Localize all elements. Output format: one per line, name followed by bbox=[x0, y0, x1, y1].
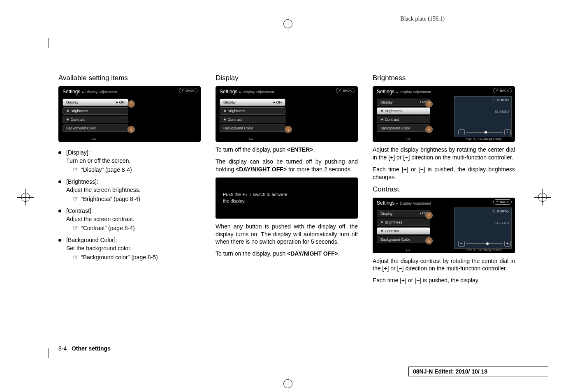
scroll-down-icon: ⌄ bbox=[425, 126, 433, 133]
plus-button: + bbox=[504, 241, 511, 247]
menu-item-brightness: ✷ Brightness bbox=[377, 107, 430, 115]
ss-page-indicator: 1/4 bbox=[248, 137, 253, 141]
scroll-down-icon: ⌄ bbox=[425, 237, 433, 244]
item-desc: Turn on or off the screen. bbox=[66, 157, 201, 164]
ss-breadcrumb: ▸ Display Adjustment bbox=[239, 90, 274, 94]
item-title: [Brightness]: bbox=[66, 178, 201, 185]
preview-sublabel: EL SEGU bbox=[495, 221, 509, 225]
ss-page-indicator: 2/4 bbox=[406, 137, 410, 141]
activate-message: Push the ☀/☽ switch to activate the disp… bbox=[216, 188, 294, 208]
body-paragraph: Adjust the display brightness by rotatin… bbox=[373, 146, 515, 161]
scroll-down-icon: ⌄ bbox=[285, 126, 292, 133]
page-footer: 8-4 Other settings bbox=[58, 345, 111, 352]
item-title: [Contrast]: bbox=[66, 208, 201, 214]
menu-item-contrast: ✷ Contrast bbox=[377, 116, 430, 123]
menu-item-contrast: ✷ Contrast bbox=[220, 116, 285, 123]
list-item: [Background Color]: Set the background c… bbox=[58, 237, 201, 261]
cross-reference: ☞“Brightness” (page 8-4) bbox=[73, 195, 201, 203]
contrast-slider: − + bbox=[458, 241, 511, 247]
ss-title: Settings bbox=[377, 200, 394, 206]
screenshot-available-settings: Settings ▸ Display Adjustment ↶ BACK Dis… bbox=[58, 86, 201, 142]
menu-item-bgcolor: Background Color bbox=[220, 125, 285, 132]
menu-item-contrast: ✷ Contrast bbox=[63, 116, 128, 123]
preview-sublabel: EL SEGU bbox=[495, 110, 509, 113]
setting-items-list: [Display]: Turn on or off the screen. ☞“… bbox=[58, 149, 201, 266]
ref-text: “Contrast” (page 8-4) bbox=[81, 225, 135, 231]
crop-corner-bl bbox=[49, 348, 58, 358]
crop-corner-tl bbox=[49, 38, 58, 48]
body-paragraph: Adjust the display contrast by rotating … bbox=[373, 257, 515, 273]
list-item: [Display]: Turn on or off the screen. ☞“… bbox=[58, 149, 201, 173]
scroll-up-icon: ⌃ bbox=[425, 100, 433, 108]
column-3: Brightness Settings ▸ Display Adjustment… bbox=[373, 74, 515, 288]
back-button: ↶ BACK bbox=[336, 88, 355, 93]
ss-breadcrumb: ▸ Display Adjustment bbox=[396, 90, 431, 94]
ss-menu: Display● ON ✷ Brightness ✷ Contrast Back… bbox=[63, 99, 128, 133]
page-number: 8-4 bbox=[58, 345, 67, 352]
cross-reference: ☞“Background color” (page 8-5) bbox=[73, 253, 201, 261]
list-item: [Brightness]: Adjust the screen brightne… bbox=[58, 178, 201, 203]
column-2: Display Settings ▸ Display Adjustment ↶ … bbox=[216, 74, 358, 288]
crop-mark-right bbox=[534, 189, 551, 205]
screenshot-contrast: Settings ▸ Display Adjustment ↶ BACK Dis… bbox=[373, 198, 515, 253]
heading-contrast: Contrast bbox=[373, 185, 515, 194]
ref-text: “Brightness” (page 8-4) bbox=[81, 196, 140, 202]
ss-header: Settings ▸ Display Adjustment bbox=[377, 200, 431, 206]
bullet-icon bbox=[58, 180, 61, 183]
mode-note: Push ☀/☽ to change modes. bbox=[461, 137, 507, 141]
item-desc: Adjust the screen contrast. bbox=[66, 216, 201, 222]
ss-menu: Display● ON ✷ Brightness ✷ Contrast Back… bbox=[377, 99, 430, 133]
body-paragraph: Each time [+] or [−] is pushed, the disp… bbox=[373, 166, 515, 181]
key-label: <DAY/NIGHT OFF> bbox=[287, 250, 338, 257]
preview-label: EL PORTO bbox=[492, 210, 509, 213]
body-paragraph: To turn on the display, push <DAY/NIGHT … bbox=[216, 250, 358, 258]
bullet-icon bbox=[58, 210, 61, 212]
menu-item-bgcolor: Background Color bbox=[377, 236, 430, 243]
ss-title: Settings bbox=[220, 89, 237, 95]
brightness-slider: − + bbox=[458, 129, 511, 135]
body-paragraph: The display can also be turned off by pu… bbox=[216, 158, 358, 173]
ss-menu: Display● ON ✷ Brightness ✷ Contrast Back… bbox=[377, 210, 430, 244]
page-content: Available setting items Settings ▸ Displ… bbox=[58, 74, 515, 288]
cross-reference: ☞“Display” (page 8-4) bbox=[73, 166, 201, 173]
ss-page-indicator: 1/4 bbox=[91, 137, 96, 141]
scroll-down-icon: ⌄ bbox=[128, 126, 135, 133]
menu-item-brightness: ✷ Brightness bbox=[377, 219, 430, 226]
screenshot-display-off: Push the ☀/☽ switch to activate the disp… bbox=[216, 178, 358, 219]
item-title: [Background Color]: bbox=[66, 237, 201, 243]
preview-label: EL PORTO bbox=[492, 98, 509, 102]
heading-brightness: Brightness bbox=[373, 74, 515, 82]
ss-header: Settings ▸ Display Adjustment bbox=[220, 89, 274, 95]
crop-mark-bottom bbox=[280, 376, 296, 392]
scroll-up-icon: ⌃ bbox=[425, 212, 433, 219]
crop-mark-top bbox=[280, 16, 296, 32]
section-name: Other settings bbox=[72, 345, 111, 352]
body-paragraph: When any button is pushed with the displ… bbox=[216, 223, 358, 246]
bullet-icon bbox=[58, 239, 61, 242]
back-button: ↶ BACK bbox=[493, 199, 512, 205]
ss-menu: Display● ON ✷ Brightness ✷ Contrast Back… bbox=[220, 99, 285, 133]
body-paragraph: To turn off the display, push <ENTER>. bbox=[216, 146, 358, 154]
mode-note: Push ☀/☽ to change modes. bbox=[461, 249, 507, 252]
bullet-icon bbox=[58, 151, 61, 154]
menu-item-display: Display● ON bbox=[63, 99, 128, 106]
key-label: <DAY/NIGHT OFF> bbox=[236, 166, 287, 173]
minus-button: − bbox=[458, 129, 465, 135]
ss-page-indicator: 3/4 bbox=[406, 249, 410, 252]
menu-item-display: Display● ON bbox=[220, 99, 285, 106]
back-button: ↶ BACK bbox=[493, 88, 512, 93]
edition-box: 08NJ-N Edited: 2010/ 10/ 18 bbox=[408, 367, 548, 376]
reference-icon: ☞ bbox=[73, 224, 79, 232]
item-title: [Display]: bbox=[66, 149, 201, 156]
plus-button: + bbox=[504, 129, 511, 135]
menu-item-brightness: ✷ Brightness bbox=[63, 107, 128, 115]
list-item: [Contrast]: Adjust the screen contrast. … bbox=[58, 208, 201, 232]
plate-label: Black plate (156,1) bbox=[400, 16, 445, 22]
screenshot-brightness: Settings ▸ Display Adjustment ↶ BACK Dis… bbox=[373, 86, 515, 142]
item-desc: Set the background color. bbox=[66, 245, 201, 251]
cross-reference: ☞“Contrast” (page 8-4) bbox=[73, 224, 201, 232]
reference-icon: ☞ bbox=[73, 195, 79, 203]
ref-text: “Display” (page 8-4) bbox=[81, 166, 132, 173]
crop-mark-left bbox=[17, 189, 34, 205]
menu-item-contrast: ✷ Contrast bbox=[377, 227, 430, 235]
